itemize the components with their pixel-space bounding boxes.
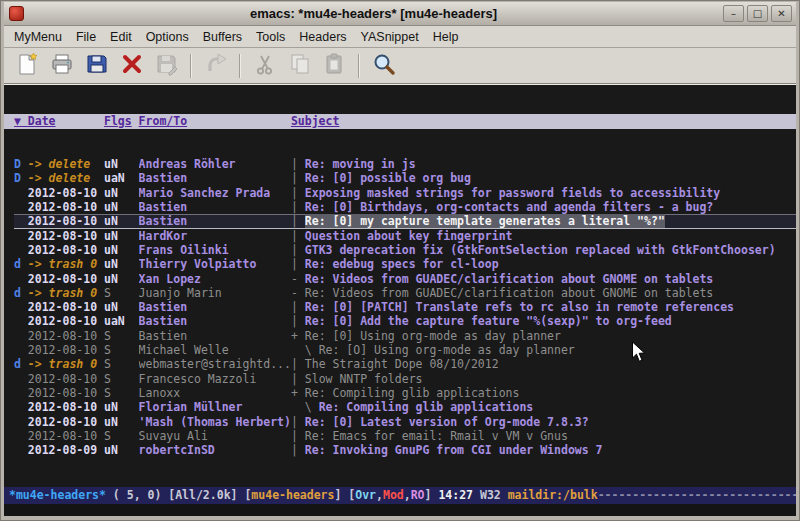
paste-button[interactable] bbox=[318, 50, 351, 81]
toolbar-separator bbox=[358, 54, 360, 78]
print-button[interactable] bbox=[45, 50, 78, 81]
message-from: robertcInSD bbox=[139, 443, 291, 457]
message-row[interactable]: 2012-08-10uN'Mash (Thomas Herbert)| Re: … bbox=[14, 415, 796, 429]
message-row[interactable]: d-> trash 0Swebmaster@straightd...| The … bbox=[14, 357, 796, 371]
message-date: 2012-08-10 bbox=[28, 400, 104, 414]
message-subject: Re: Videos from GUADEC/clarification abo… bbox=[305, 286, 714, 300]
column-date: ▼ Date bbox=[14, 114, 104, 129]
message-flags: S bbox=[104, 357, 139, 371]
buffer-area: ▼ DateFlgsFrom/ToSubject D-> deleteuNAnd… bbox=[4, 84, 796, 487]
message-subject: Exposing masked strings for password fie… bbox=[305, 186, 720, 200]
thread-indicator: - bbox=[291, 272, 305, 286]
message-row[interactable]: 2012-08-10uNBastien| Re: [0] Birthdays, … bbox=[14, 200, 796, 214]
paste-icon bbox=[323, 52, 347, 79]
minimize-button[interactable]: – bbox=[723, 5, 744, 22]
message-row[interactable]: D-> deleteuNAndreas Röhler| Re: moving i… bbox=[14, 157, 796, 171]
message-subject: Slow NNTP folders bbox=[305, 372, 423, 386]
modeline-buffer: *mu4e-headers* bbox=[9, 488, 113, 502]
message-row[interactable]: d-> trash 0uNThierry Volpiatto| Re: edeb… bbox=[14, 257, 796, 271]
save-icon bbox=[85, 52, 109, 79]
new-file-button[interactable] bbox=[10, 50, 43, 81]
message-row[interactable]: D-> deleteuaNBastien| Re: [0] possible o… bbox=[14, 171, 796, 185]
undo-icon bbox=[204, 52, 228, 79]
modeline-mod: Mod bbox=[383, 488, 404, 502]
undo-button[interactable] bbox=[199, 50, 232, 81]
message-from: Florian Müllner bbox=[139, 400, 291, 414]
menu-item-help[interactable]: Help bbox=[426, 27, 466, 47]
close-button[interactable] bbox=[115, 50, 148, 81]
thread-indicator: + bbox=[291, 329, 305, 343]
tool-bar bbox=[4, 48, 796, 84]
save-as-button[interactable] bbox=[150, 50, 183, 81]
message-row[interactable]: 2012-08-10uNXan Lopez- Re: Videos from G… bbox=[14, 272, 796, 286]
message-mark: D bbox=[14, 157, 28, 171]
message-subject: Re: Invoking GnuPG from CGI under Window… bbox=[305, 443, 603, 457]
close-button[interactable]: ✕ bbox=[771, 5, 792, 22]
message-list: D-> deleteuNAndreas Röhler| Re: moving i… bbox=[4, 157, 796, 457]
message-subject: Re: [0] my capture template generates a … bbox=[305, 214, 665, 228]
message-row[interactable]: 2012-08-10uNFlorian Müllner \ Re: Compil… bbox=[14, 400, 796, 414]
message-row[interactable]: 2012-08-10uNMario Sanchez Prada| Exposin… bbox=[14, 186, 796, 200]
save-button[interactable] bbox=[80, 50, 113, 81]
message-from: 'Mash (Thomas Herbert) bbox=[139, 415, 291, 429]
message-from: Andreas Röhler bbox=[139, 157, 291, 171]
menu-item-buffers[interactable]: Buffers bbox=[196, 27, 249, 47]
message-row[interactable]: 2012-08-10SFrancesco Mazzoli| Slow NNTP … bbox=[14, 372, 796, 386]
menu-item-file[interactable]: File bbox=[69, 27, 103, 47]
message-from: HardKor bbox=[139, 229, 291, 243]
message-subject: Re: [0] possible org bug bbox=[305, 171, 471, 185]
message-flags: uN bbox=[104, 200, 139, 214]
message-row[interactable]: d-> trash 0SJuanjo Marin- Re: Videos fro… bbox=[14, 286, 796, 300]
message-row[interactable]: 2012-08-09uNrobertcInSD| Re: Invoking Gn… bbox=[14, 443, 796, 457]
menu-item-edit[interactable]: Edit bbox=[103, 27, 139, 47]
message-from: Bastien bbox=[139, 329, 291, 343]
copy-icon bbox=[288, 52, 312, 79]
copy-button[interactable] bbox=[283, 50, 316, 81]
message-row[interactable]: 2012-08-10SSuvayu Ali| Re: Emacs for ema… bbox=[14, 429, 796, 443]
message-row[interactable]: 2012-08-10uNFrans Oilinki| GTK3 deprecat… bbox=[14, 243, 796, 257]
menu-item-mymenu[interactable]: MyMenu bbox=[7, 27, 69, 47]
message-mark: d bbox=[14, 257, 28, 271]
message-date: -> delete bbox=[28, 171, 104, 185]
message-date: 2012-08-10 bbox=[28, 343, 104, 357]
message-from: Mario Sanchez Prada bbox=[139, 186, 291, 200]
emacs-window: emacs: *mu4e-headers* [mu4e-headers] – □… bbox=[0, 0, 800, 521]
thread-indicator: | bbox=[291, 214, 305, 228]
message-row[interactable]: 2012-08-10uNBastien| Re: [0] my capture … bbox=[14, 214, 796, 228]
cut-button[interactable] bbox=[248, 50, 281, 81]
message-row[interactable]: 2012-08-10SBastien+ Re: [0] Using org-mo… bbox=[14, 329, 796, 343]
menu-item-options[interactable]: Options bbox=[139, 27, 196, 47]
thread-indicator: \ bbox=[291, 343, 319, 357]
message-row[interactable]: 2012-08-10SLanoxx+ Re: Compiling glib ap… bbox=[14, 386, 796, 400]
message-row[interactable]: 2012-08-10uNHardKor| Question about key … bbox=[14, 229, 796, 243]
message-flags: uN bbox=[104, 229, 139, 243]
thread-indicator: | bbox=[291, 357, 305, 371]
thread-indicator: | bbox=[291, 257, 305, 271]
modeline-ovr: Ovr bbox=[355, 488, 376, 502]
menu-item-yasnippet[interactable]: YASnippet bbox=[354, 27, 426, 47]
column-from: From/To bbox=[139, 114, 291, 129]
message-date: -> trash 0 bbox=[28, 286, 104, 300]
window-menu-icon[interactable] bbox=[9, 6, 24, 21]
message-date: 2012-08-10 bbox=[28, 200, 104, 214]
print-icon bbox=[50, 52, 74, 79]
message-date: -> trash 0 bbox=[28, 357, 104, 371]
search-button[interactable] bbox=[367, 50, 400, 81]
thread-indicator: | bbox=[291, 372, 305, 386]
message-row[interactable]: 2012-08-10SMichael Welle \ Re: [O] Using… bbox=[14, 343, 796, 357]
message-from: Suvayu Ali bbox=[139, 429, 291, 443]
message-subject: Re: [0] Birthdays, org-contacts and agen… bbox=[305, 200, 714, 214]
modeline-plain: , bbox=[404, 488, 411, 502]
message-from: Thierry Volpiatto bbox=[139, 257, 291, 271]
maximize-button[interactable]: □ bbox=[747, 5, 768, 22]
message-subject: GTK3 deprecation fix (GtkFontSelection r… bbox=[305, 243, 776, 257]
menu-item-headers[interactable]: Headers bbox=[292, 27, 353, 47]
message-row[interactable]: 2012-08-10uNBastien| Re: [0] [PATCH] Tra… bbox=[14, 300, 796, 314]
thread-indicator: | bbox=[291, 429, 305, 443]
message-flags: uN bbox=[104, 157, 139, 171]
modeline-plain: W32 bbox=[480, 488, 508, 502]
message-date: -> delete bbox=[28, 157, 104, 171]
menu-item-tools[interactable]: Tools bbox=[249, 27, 292, 47]
message-flags: S bbox=[104, 372, 139, 386]
message-row[interactable]: 2012-08-10uaNBastien| Re: [0] Add the ca… bbox=[14, 314, 796, 328]
